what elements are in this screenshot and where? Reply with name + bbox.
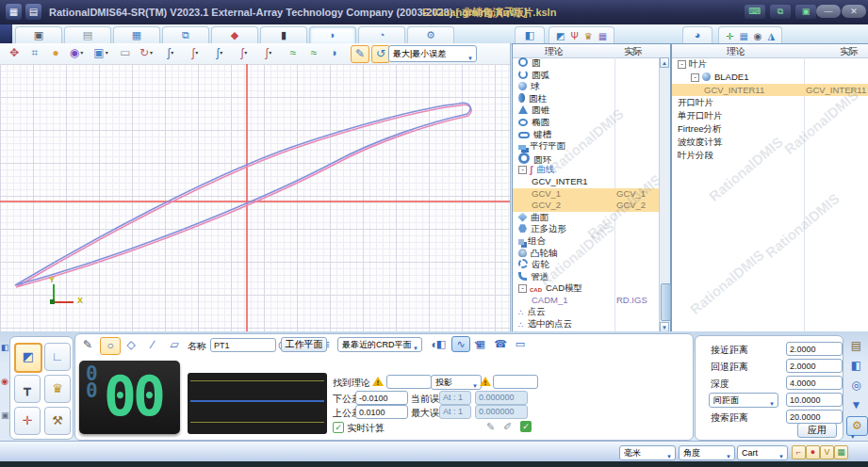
actual-column-header[interactable]: 实际 — [624, 45, 643, 58]
tree-row-BLADE1[interactable]: -BLADE1 — [672, 71, 868, 84]
v-mode-icon[interactable]: V — [820, 445, 834, 459]
tree-row-CADM_1[interactable]: CADM_1RD.IGS — [513, 295, 660, 307]
param-input-搜索距离[interactable] — [786, 410, 843, 424]
settings-gear-icon[interactable]: ⚙ — [846, 416, 868, 436]
grid-colors-icon[interactable]: ▦ — [834, 445, 848, 459]
tree-row-选中的点云[interactable]: ∴选中的点云 — [513, 318, 660, 330]
tree-row-平行平面[interactable]: 平行平面 — [513, 140, 660, 153]
tree-row-管道[interactable]: 管道 — [513, 271, 660, 283]
realtime-checkbox[interactable]: ✓ — [333, 422, 344, 433]
tree-row-圆环[interactable]: 圆环 — [513, 153, 660, 165]
probe-pen-icon[interactable]: ✎ — [78, 337, 97, 353]
tree-row-点云[interactable]: ∴点云 — [513, 306, 660, 318]
ribbon-tab-document[interactable]: ▤ — [64, 26, 111, 44]
probe-view-icon[interactable]: ◧ — [432, 336, 450, 352]
tree-row-球[interactable]: 球 — [513, 81, 660, 93]
slab-feature-icon[interactable]: ▱ — [165, 337, 184, 353]
magnifier-tool-icon[interactable]: ◎ — [846, 377, 866, 395]
tree-row-齿轮[interactable]: 齿轮 — [513, 259, 660, 271]
theory-column-header[interactable]: 理论 — [545, 45, 564, 58]
tree-row-波纹度计算[interactable]: 波纹度计算 — [672, 136, 868, 149]
curve-probe-2-icon[interactable]: ʃ▾ — [187, 45, 204, 61]
upper-tol-input[interactable] — [355, 405, 408, 419]
probe-solid-mode-button[interactable]: ◩ — [14, 343, 42, 373]
solid-panel-tab[interactable]: ◧ — [515, 26, 545, 44]
minimize-button[interactable]: — — [816, 5, 841, 18]
axes-icon[interactable]: ✛ — [726, 31, 733, 41]
spacing-plane-combo[interactable]: 间距面▼ — [709, 393, 778, 408]
viewport-canvas[interactable]: Y X — [0, 64, 511, 331]
tree-row-单开口叶片[interactable]: 单开口叶片 — [672, 109, 868, 122]
ribbon-tab-probe[interactable]: ◗ — [309, 26, 356, 44]
more-tools-arrow[interactable]: ▾ — [851, 433, 855, 441]
crown-icon[interactable]: ♛ — [584, 31, 593, 41]
close-button[interactable]: ✕ — [842, 5, 866, 18]
probe-tip-tool-icon[interactable]: ▼ — [846, 396, 866, 414]
device-link-icon[interactable]: ⌨ — [745, 5, 765, 19]
pan-hand-icon[interactable]: ● — [47, 45, 64, 61]
curve-fill-icon[interactable]: ◗ — [326, 45, 343, 61]
blade-panel-tab[interactable]: ◕ — [682, 26, 712, 44]
actual-column-header[interactable]: 实际 — [840, 45, 859, 58]
expand-toggle[interactable]: - — [678, 60, 686, 69]
tree-row-Firtree分析[interactable]: Firtree分析 — [672, 122, 868, 136]
ribbon-tab-workpiece[interactable]: ▣ — [15, 26, 62, 44]
ribbon-tab-table[interactable]: ▦ — [113, 26, 160, 44]
curve-probe-5-icon[interactable]: ʃ▾ — [260, 45, 277, 61]
param-input-接近距离[interactable] — [786, 342, 843, 356]
viewport-icon[interactable]: ▦ — [739, 31, 747, 41]
dual-monitor-icon[interactable]: ⧉ — [770, 5, 791, 19]
expand-toggle[interactable]: - — [518, 166, 527, 174]
tree-row-圆弧[interactable]: 圆弧 — [513, 70, 660, 82]
tree-row-组合[interactable]: 组合 — [513, 235, 660, 248]
plane-combo[interactable]: 最靠近的CRD平面▼ — [337, 337, 422, 352]
ribbon-tab-device[interactable]: ▮ — [260, 26, 307, 44]
tree-row-键槽[interactable]: 键槽 — [513, 129, 660, 141]
workplane-button[interactable]: 工作平面 — [281, 337, 327, 352]
projection-combo[interactable]: 投影▼ — [431, 375, 482, 390]
point-feature-icon[interactable]: ○ — [100, 337, 121, 355]
angle-combo[interactable]: 角度▼ — [679, 445, 735, 460]
expand-toggle[interactable]: - — [518, 284, 527, 293]
select-window-icon[interactable]: ▣▾ — [92, 45, 109, 61]
rotate-probe-icon[interactable]: ↻▾ — [138, 45, 155, 61]
graph-view-icon[interactable]: ∿ — [451, 336, 470, 352]
expand-toggle[interactable]: - — [691, 73, 699, 82]
menu-list-icon[interactable]: ▤ — [25, 4, 41, 20]
ribbon-tab-windows[interactable]: ⧉ — [162, 26, 209, 44]
app-icon[interactable]: ▦ — [6, 4, 22, 20]
projection-input[interactable] — [493, 375, 538, 389]
call-view-icon[interactable]: ☎ — [491, 336, 510, 352]
machine-mini-icon[interactable]: ▣ — [1, 411, 9, 420]
probe-box-icon[interactable]: ◧ — [1, 343, 9, 352]
probe-tool-button[interactable]: ┳ — [14, 375, 41, 403]
eraser-icon[interactable]: ✐ — [503, 421, 512, 433]
param-input-间距面[interactable] — [786, 393, 843, 407]
tree-row-GCV_INTER1[interactable]: GCV_INTER1 — [513, 176, 660, 188]
ribbon-tab-colors[interactable]: ◆ — [211, 26, 258, 44]
view-eye-icon[interactable]: ◉▾ — [68, 45, 85, 61]
card-view-icon[interactable]: ▭ — [511, 336, 530, 352]
title-bar[interactable]: ▦ ▤ RationalDMIS64-SR(TM) V2023.1 Extern… — [0, 0, 868, 25]
grid-window-icon[interactable]: ▦ — [598, 31, 607, 41]
lower-tol-input[interactable] — [355, 391, 408, 405]
tree-row-曲面[interactable]: 曲面 — [513, 212, 660, 224]
plane-feature-icon[interactable]: ◇ — [122, 337, 140, 353]
confirm-check-icon[interactable]: ✓ — [520, 421, 532, 432]
tree-row-正多边形[interactable]: 正多边形 — [513, 223, 660, 235]
curve-rotate-icon[interactable]: ↺ — [371, 45, 390, 63]
doc-tool-icon[interactable]: ▤ — [846, 337, 866, 355]
pan-icon[interactable]: ✥ — [6, 45, 23, 61]
curve-points-1-icon[interactable]: ≈ — [285, 45, 302, 61]
found-theory-input[interactable] — [386, 375, 432, 389]
param-input-深度[interactable] — [786, 376, 843, 390]
thermometer-icon[interactable]: Ψ — [570, 31, 578, 41]
toolbox-crown-button[interactable]: ♛ — [44, 375, 71, 403]
tree-row-椭圆[interactable]: 椭圆 — [513, 117, 660, 129]
tree-row-开口叶片[interactable]: 开口叶片 — [672, 96, 868, 109]
name-input[interactable] — [210, 338, 276, 352]
tree-row-GCV_INTER11[interactable]: GCV_INTER11GCV_INTER11 — [672, 84, 868, 97]
tree-row-GCV_1[interactable]: GCV_1GCV_1 — [513, 188, 660, 201]
coord-combo[interactable]: Cart▼ — [737, 445, 788, 460]
ribbon-tab-monitor-settings[interactable]: ⚙ — [407, 26, 454, 44]
